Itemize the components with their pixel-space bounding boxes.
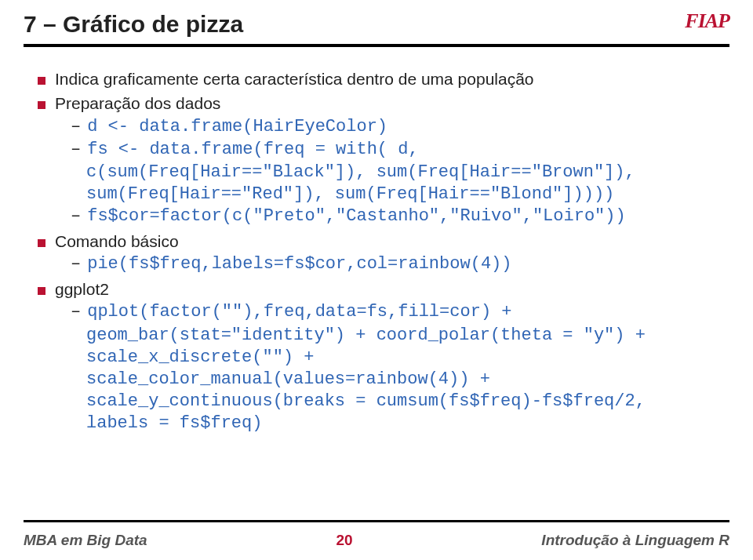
code-line: pie(fs$freq,labels=fs$cor,col=rainbow(4)…	[87, 253, 511, 275]
code-line: fs$cor=factor(c("Preto","Castanho","Ruiv…	[87, 205, 626, 227]
page-number: 20	[336, 532, 352, 549]
bullet-icon	[38, 77, 45, 85]
footer-right: Introdução à Linguagem R	[541, 532, 729, 549]
code-line: scale_y_continuous(breaks = cumsum(fs$fr…	[86, 391, 715, 413]
bullet-text: Preparação dos dados	[55, 93, 220, 115]
code-line: qplot(factor(""),freq,data=fs,fill=cor) …	[87, 301, 511, 323]
footer-left: MBA em Big Data	[24, 532, 147, 549]
content-area: Indica graficamente certa característica…	[0, 47, 753, 435]
footer-divider	[24, 520, 729, 522]
dash-icon: –	[71, 301, 81, 323]
bullet-text: Comando básico	[55, 231, 179, 253]
code-line: scale_color_manual(values=rainbow(4)) +	[86, 369, 715, 391]
code-line: d <- data.frame(HairEyeColor)	[87, 116, 387, 138]
code-line: fs <- data.frame(freq = with( d,	[87, 139, 418, 161]
code-line: c(sum(Freq[Hair=="Black"]), sum(Freq[Hai…	[86, 162, 715, 184]
dash-icon: –	[71, 205, 81, 227]
slide-title: 7 – Gráfico de pizza	[24, 11, 243, 38]
bullet-text: ggplot2	[55, 279, 109, 300]
dash-icon: –	[71, 139, 81, 161]
dash-icon: –	[71, 116, 81, 138]
bullet-icon	[38, 239, 45, 247]
code-line: labels = fs$freq)	[86, 413, 715, 435]
code-line: geom_bar(stat="identity") + coord_polar(…	[86, 325, 715, 347]
code-line: sum(Freq[Hair=="Red"]), sum(Freq[Hair=="…	[86, 184, 715, 205]
bullet-icon	[38, 287, 45, 295]
brand-logo: FIAP	[685, 9, 729, 33]
dash-icon: –	[71, 253, 81, 275]
code-line: scale_x_discrete("") +	[86, 347, 715, 369]
bullet-icon	[38, 101, 45, 109]
bullet-text: Indica graficamente certa característica…	[55, 69, 534, 90]
